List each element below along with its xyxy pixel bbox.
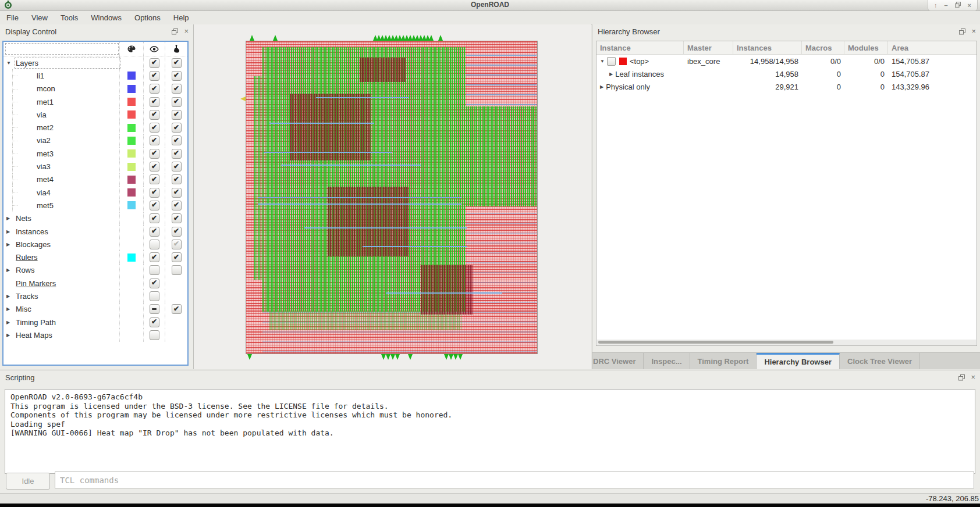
tab-drc-viewer[interactable]: DRC Viewer [592,353,644,369]
visibility-cell[interactable] [143,264,165,277]
minimize-button[interactable]: – [944,2,947,9]
tree-label-li1[interactable]: li1 [37,72,119,80]
visibility-checkbox[interactable] [150,174,159,184]
swatch-cell[interactable] [119,134,143,147]
visibility-cell[interactable] [143,147,165,160]
layer-color-swatch[interactable] [127,176,136,184]
tree-label-layers[interactable]: Layers [16,59,119,67]
visibility-checkbox[interactable] [150,123,159,133]
selectable-checkbox[interactable] [172,149,182,159]
visibility-cell[interactable] [143,121,165,134]
column-header-modules[interactable]: Modules [844,41,888,54]
visibility-cell[interactable] [143,56,165,69]
visibility-cell[interactable] [143,329,165,341]
tree-label-instances[interactable]: Instances [16,227,119,236]
selectable-checkbox[interactable] [172,252,182,262]
menu-help[interactable]: Help [167,12,196,24]
swatch-cell[interactable] [119,95,143,108]
selectable-checkbox[interactable] [172,201,182,210]
layer-color-swatch[interactable] [127,98,136,106]
selectable-cell[interactable] [165,95,187,108]
selectable-cell[interactable] [165,56,187,69]
visibility-cell[interactable] [143,108,165,121]
expand-arrow-icon[interactable]: ▶ [3,294,16,299]
selectable-cell[interactable] [165,212,187,225]
menu-options[interactable]: Options [128,12,167,24]
selectable-cell[interactable] [165,173,187,186]
selectable-checkbox[interactable] [172,58,182,68]
selectable-cell[interactable] [165,69,187,82]
selectable-cell[interactable] [165,83,187,95]
visibility-checkbox[interactable] [150,110,159,120]
tree-label-via[interactable]: via [37,110,119,119]
selectable-checkbox[interactable] [172,265,182,275]
visibility-checkbox[interactable] [150,135,159,145]
menu-tools[interactable]: Tools [54,12,84,24]
tree-label-nets[interactable]: Nets [16,214,119,223]
tree-label-via2[interactable]: via2 [37,136,119,145]
selectable-cell[interactable] [165,264,187,277]
visibility-checkbox[interactable] [150,227,159,237]
visibility-cell[interactable] [143,199,165,212]
tree-label-via3[interactable]: via3 [37,162,119,171]
swatch-cell[interactable] [119,83,143,95]
visibility-checkbox[interactable] [150,58,159,68]
close-panel-icon[interactable]: × [971,374,975,381]
tab-clock-tree-viewer[interactable]: Clock Tree Viewer [840,353,920,369]
layer-color-swatch[interactable] [127,201,136,209]
maximize-icon[interactable] [955,2,961,9]
menu-windows[interactable]: Windows [84,12,128,24]
hierarchy-row-top[interactable]: ▼<top>ibex_core14,958/14,9580/00/0154,70… [596,55,977,67]
visibility-cell[interactable] [143,225,165,238]
visibility-cell[interactable] [143,186,165,199]
visibility-checkbox[interactable] [150,304,159,314]
selectable-checkbox[interactable] [172,97,182,107]
expand-arrow-icon[interactable]: ▶ [600,84,603,90]
visibility-cell[interactable] [143,290,165,302]
layer-color-swatch[interactable] [127,188,136,197]
expand-arrow-icon[interactable]: ▶ [3,242,16,247]
visibility-checkbox[interactable] [150,279,159,288]
tree-label-rulers[interactable]: Rulers [16,253,119,262]
menu-view[interactable]: View [25,12,54,24]
visibility-cell[interactable] [143,134,165,147]
menu-file[interactable]: File [0,12,25,24]
chip-die-canvas[interactable] [246,41,538,354]
visibility-checkbox[interactable] [150,240,159,249]
visibility-cell[interactable] [143,95,165,108]
visibility-cell[interactable] [143,160,165,173]
visibility-checkbox[interactable] [150,188,159,198]
visibility-checkbox[interactable] [150,291,159,301]
visibility-cell[interactable] [143,69,165,82]
selectable-cell[interactable] [165,121,187,134]
visibility-cell[interactable] [143,212,165,225]
tab-inspec[interactable]: Inspec... [644,353,690,369]
visibility-cell[interactable] [143,303,165,316]
selectable-checkbox[interactable] [172,304,182,314]
column-header-instance[interactable]: Instance [596,41,684,54]
column-header-macros[interactable]: Macros [802,41,844,54]
selectable-cell[interactable] [165,199,187,212]
instance-checkbox[interactable] [607,57,616,66]
float-panel-icon[interactable] [172,28,178,35]
tree-label-via4[interactable]: via4 [37,188,119,197]
layer-color-swatch[interactable] [127,85,136,93]
layer-color-swatch[interactable] [127,72,136,80]
visibility-checkbox[interactable] [150,213,159,223]
swatch-cell[interactable] [119,186,143,199]
visibility-cell[interactable] [143,173,165,186]
expand-arrow-icon[interactable]: ▶ [3,216,16,221]
visibility-cell[interactable] [143,316,165,329]
selectable-cell[interactable] [165,251,187,263]
visibility-checkbox[interactable] [150,84,159,94]
column-header-master[interactable]: Master [684,41,733,54]
tree-label-rows[interactable]: Rows [16,266,119,274]
swatch-cell[interactable] [119,69,143,82]
selectable-checkbox[interactable] [172,227,182,237]
expand-arrow-icon[interactable]: ▼ [3,60,16,66]
swatch-cell[interactable] [119,108,143,121]
selectable-checkbox[interactable] [172,123,182,133]
expand-arrow-icon[interactable]: ▼ [600,59,605,64]
close-panel-icon[interactable]: × [971,28,976,35]
swatch-cell[interactable] [119,199,143,212]
